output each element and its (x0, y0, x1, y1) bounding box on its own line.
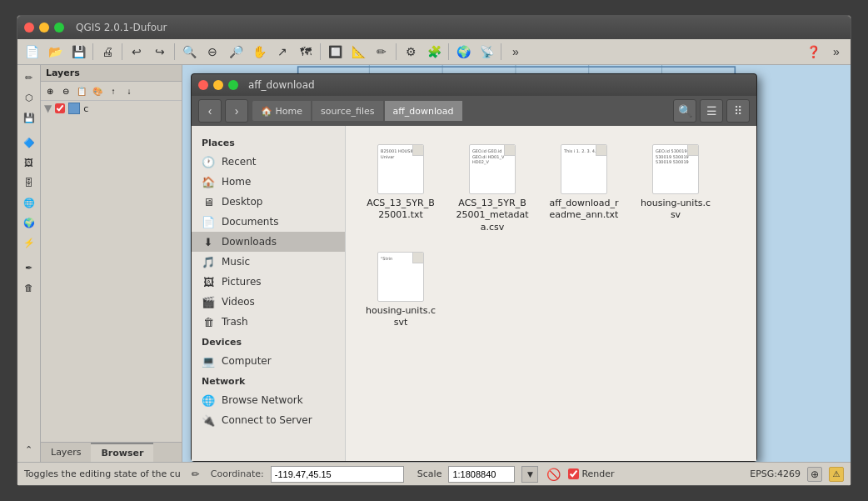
fb-search-button[interactable]: 🔍 (673, 99, 696, 123)
save-layer-btn[interactable]: 💾 (20, 108, 38, 127)
globe-button[interactable]: 🌍 (452, 41, 474, 63)
fb-toolbar-right: 🔍 ☰ ⠿ (673, 99, 750, 123)
node-tool[interactable]: ⬡ (20, 88, 38, 107)
fb-close-button[interactable] (198, 80, 208, 90)
sidebar-item-recent[interactable]: 🕐 Recent (192, 152, 345, 172)
settings-button[interactable]: ⚙ (400, 41, 422, 63)
print-button[interactable]: 🖨 (97, 41, 118, 63)
select-button[interactable]: 🔲 (324, 41, 346, 63)
file-icon-2: This i 1. 2. 3. 4. (561, 144, 607, 194)
add-wfs-btn[interactable]: 🌍 (20, 213, 38, 232)
render-checkbox[interactable] (568, 468, 579, 479)
edit-state-icon[interactable]: ✏ (187, 466, 204, 483)
undo-button[interactable]: ↩ (126, 41, 147, 63)
fb-back-button[interactable]: ‹ (198, 99, 222, 123)
sidebar-item-pictures[interactable]: 🖼 Pictures (192, 272, 345, 292)
add-vector-btn[interactable]: 🔷 (20, 133, 38, 152)
fb-bc-current-label: aff_download (393, 106, 454, 117)
coordinate-input[interactable] (271, 466, 404, 483)
gps-button[interactable]: 📡 (476, 41, 497, 63)
draw-tool[interactable]: ✏ (20, 68, 38, 87)
fb-min-button[interactable] (213, 80, 223, 90)
open-button[interactable]: 📂 (44, 41, 66, 63)
sidebar-item-music[interactable]: 🎵 Music (192, 252, 345, 272)
zoom-in-button[interactable]: 🔍 (178, 41, 200, 63)
fb-content: Places 🕐 Recent 🏠 Home 🖥 Desktop (192, 126, 756, 461)
fb-bc-current[interactable]: aff_download (384, 100, 463, 122)
home-icon: 🏠 (202, 175, 215, 188)
zoom-out-button[interactable]: ⊖ (202, 41, 223, 63)
identify-button[interactable]: ↗ (272, 41, 293, 63)
main-area: ✏ ⬡ 💾 🔷 🖼 🗄 🌐 🌍 ⚡ ✒ 🗑 ⌃ Layers ⊕ ⊖ 📋 (17, 65, 851, 462)
layer-color-icon (68, 103, 80, 114)
edit-button[interactable]: ✏ (371, 41, 392, 63)
add-wms-btn[interactable]: 🌐 (20, 193, 38, 212)
scale-label: Scale (417, 468, 442, 479)
more-button[interactable]: » (505, 41, 526, 63)
remove-layer-btn[interactable]: ⊖ (58, 83, 73, 98)
tab-browser[interactable]: Browser (91, 443, 153, 462)
sidebar-item-browse-network[interactable]: 🌐 Browse Network (192, 390, 345, 410)
map-area[interactable]: aff_download ‹ › 🏠 Home source_files (182, 65, 851, 462)
help-button[interactable]: ❓ (802, 41, 824, 63)
file-icon-0: B25001 HOUSIN Univar (377, 144, 424, 194)
sidebar-item-documents[interactable]: 📄 Documents (192, 212, 345, 232)
sidebar-trash-label: Trash (222, 316, 248, 328)
new-button[interactable]: 📄 (21, 41, 42, 63)
tab-layers[interactable]: Layers (41, 443, 91, 462)
fb-file-area: B25001 HOUSIN Univar ACS_13_5YR_B25001.t… (346, 126, 756, 461)
fb-bc-home[interactable]: 🏠 Home (252, 100, 312, 122)
fb-menu-button[interactable]: ☰ (700, 99, 723, 123)
close-button[interactable] (24, 23, 34, 33)
crs-add-button[interactable]: ⊕ (807, 467, 822, 482)
file-item-1[interactable]: GEO.id GEO.id GEO.di HD01_V HD02_V ACS_1… (451, 139, 534, 238)
sidebar-item-trash[interactable]: 🗑 Trash (192, 312, 345, 332)
file-item-2[interactable]: This i 1. 2. 3. 4. aff_download_readme_a… (542, 139, 626, 238)
fb-bc-source[interactable]: source_files (312, 100, 384, 122)
layer-expand-icon[interactable]: ▼ (44, 103, 52, 114)
sidebar-item-computer[interactable]: 💻 Computer (192, 351, 345, 371)
file-browser-dialog: aff_download ‹ › 🏠 Home source_files (191, 73, 757, 462)
add-db-btn[interactable]: 🗄 (20, 173, 38, 192)
crs-warning-button[interactable]: ⚠ (829, 467, 844, 482)
measure-button[interactable]: 📐 (347, 41, 369, 63)
add-layer-btn[interactable]: ⊕ (42, 83, 57, 98)
fb-forward-button[interactable]: › (225, 99, 248, 123)
file-item-3[interactable]: GEO.id 530019 530019 530019 530019 53001… (634, 139, 717, 238)
add-raster-btn[interactable]: 🖼 (20, 153, 38, 172)
map-tips-button[interactable]: 🗺 (295, 41, 317, 63)
save-button[interactable]: 💾 (67, 41, 89, 63)
collapse-btn[interactable]: ⌃ (20, 440, 38, 458)
fb-max-button[interactable] (228, 80, 238, 90)
scale-input[interactable] (448, 466, 515, 483)
sidebar-item-videos[interactable]: 🎬 Videos (192, 292, 345, 312)
layer-visibility-checkbox[interactable] (55, 103, 65, 113)
layer-down-btn[interactable]: ↓ (122, 83, 137, 98)
new-spatialite-btn[interactable]: ⚡ (20, 233, 38, 252)
sidebar-item-desktop[interactable]: 🖥 Desktop (192, 192, 345, 212)
sidebar-videos-label: Videos (222, 296, 255, 308)
more-right-button[interactable]: » (826, 41, 847, 63)
plugin-button[interactable]: 🧩 (423, 41, 445, 63)
minimize-button[interactable] (39, 23, 49, 33)
render-label: Render (581, 468, 614, 479)
sidebar-item-connect-server[interactable]: 🔌 Connect to Server (192, 410, 345, 430)
digitize-btn[interactable]: ✒ (20, 258, 38, 277)
fb-grid-button[interactable]: ⠿ (726, 99, 750, 123)
pan-button[interactable]: ✋ (248, 41, 270, 63)
scale-dropdown[interactable]: ▼ (521, 466, 538, 483)
redo-button[interactable]: ↪ (149, 41, 171, 63)
file-item-0[interactable]: B25001 HOUSIN Univar ACS_13_5YR_B25001.t… (359, 139, 442, 238)
layer-up-btn[interactable]: ↑ (106, 83, 121, 98)
open-attr-btn[interactable]: 📋 (74, 83, 89, 98)
maximize-button[interactable] (54, 23, 64, 33)
style-btn[interactable]: 🎨 (90, 83, 105, 98)
delete-btn[interactable]: 🗑 (20, 278, 38, 297)
fb-title: aff_download (248, 79, 315, 91)
sidebar-item-downloads[interactable]: ⬇ Downloads (192, 232, 345, 252)
status-bar: Toggles the editing state of the cu ✏ Co… (17, 462, 851, 485)
sep1 (92, 43, 93, 60)
sidebar-item-home[interactable]: 🏠 Home (192, 172, 345, 192)
file-item-4[interactable]: "Strin housing-units.csvt (359, 247, 442, 334)
zoom-fit-button[interactable]: 🔎 (225, 41, 247, 63)
